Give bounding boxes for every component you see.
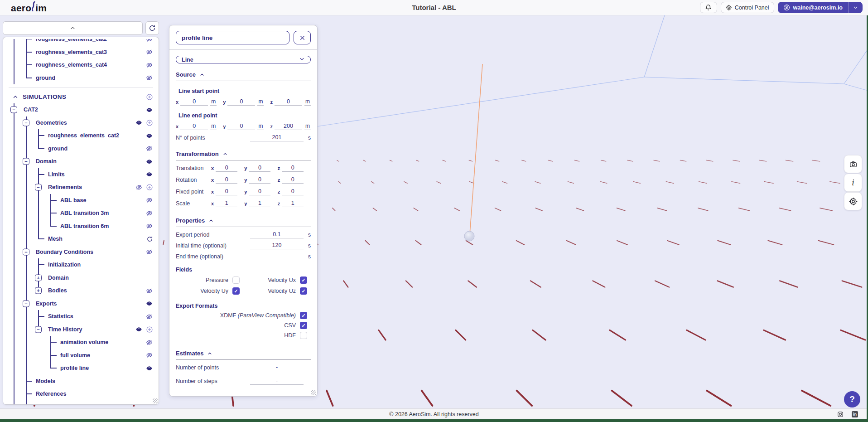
eye-off-icon[interactable] — [145, 49, 153, 55]
eye-icon[interactable] — [145, 365, 153, 372]
tree-item-ground[interactable]: ground — [8, 72, 154, 85]
plus-circle-icon[interactable] — [146, 119, 153, 126]
tree-item-time[interactable]: Time — [8, 401, 154, 405]
simulations-section-header[interactable]: SIMULATIONS — [8, 90, 154, 103]
fixed-point-x-input[interactable]: 0 — [216, 188, 237, 195]
npoints-input[interactable]: 201 — [250, 134, 304, 141]
tree-item-roughness-elements-cat2[interactable]: roughness_elements_cat2 — [8, 129, 154, 142]
rotation-x-input[interactable]: 0 — [216, 176, 237, 184]
tree-item-models[interactable]: Models — [8, 375, 154, 388]
tree-collapse-button[interactable]: − — [23, 248, 29, 255]
tree-collapse-button[interactable]: − — [10, 107, 17, 113]
eye-off-icon[interactable] — [145, 74, 153, 81]
tree-collapse-button[interactable]: − — [23, 300, 29, 307]
translation-x-input[interactable]: 0 — [216, 164, 237, 172]
eye-off-icon[interactable] — [145, 39, 153, 43]
rotation-y-input[interactable]: 0 — [249, 176, 270, 184]
tree-item-domain[interactable]: +Domain — [8, 272, 154, 285]
tree-item-exports[interactable]: −Exports — [8, 297, 154, 310]
eye-icon[interactable] — [145, 300, 153, 307]
checkbox[interactable]: ✓ — [232, 287, 240, 295]
viewport-settings-button[interactable] — [844, 192, 862, 210]
info-button[interactable]: i — [844, 174, 862, 192]
tree-item-boundary-conditions[interactable]: −Boundary Conditions — [8, 246, 154, 259]
tree-item-refinements[interactable]: −Refinements — [8, 181, 154, 194]
scale-x-input[interactable]: 1 — [216, 199, 237, 207]
tree-item-profile-line[interactable]: profile line — [8, 362, 154, 375]
eye-off-icon[interactable] — [145, 62, 153, 68]
tree-expand-button[interactable]: + — [35, 274, 42, 281]
tree-expand-button[interactable]: + — [35, 287, 42, 294]
section-source[interactable]: Source — [176, 71, 311, 78]
user-menu-caret[interactable] — [848, 2, 863, 13]
plus-circle-icon[interactable] — [146, 184, 153, 191]
sidebar-resize-handle[interactable] — [153, 398, 158, 403]
tree-collapse-button[interactable]: − — [23, 119, 29, 126]
instagram-icon[interactable] — [837, 411, 844, 417]
tree-item-statistics[interactable]: Statistics — [8, 310, 154, 323]
tree-item-mesh[interactable]: Mesh — [8, 233, 154, 246]
aerosim-logo[interactable]: aeroim — [11, 1, 47, 14]
tree-item-roughness-elements-cat2[interactable]: roughness_elements_cat2 — [8, 39, 154, 46]
eye-off-icon[interactable] — [145, 352, 153, 359]
prop-input[interactable]: 120 — [250, 242, 304, 249]
tree-item-references[interactable]: References — [8, 388, 154, 401]
vec-end-y-input[interactable]: 0 — [227, 122, 255, 130]
checkbox[interactable] — [300, 332, 307, 339]
tree-item-roughness-elements-cat4[interactable]: roughness_elements_cat4 — [8, 58, 154, 72]
plus-circle-icon[interactable] — [146, 326, 153, 333]
prop-input[interactable] — [250, 252, 304, 260]
eye-off-icon[interactable] — [145, 210, 153, 217]
eye-icon[interactable] — [145, 132, 153, 139]
scale-z-input[interactable]: 1 — [282, 199, 304, 207]
user-menu-button[interactable]: waine@aerosim.io — [778, 2, 863, 13]
checkbox[interactable]: ✓ — [300, 287, 307, 295]
tree-refresh-button[interactable] — [145, 21, 159, 35]
eye-off-icon[interactable] — [145, 248, 153, 255]
translation-y-input[interactable]: 0 — [249, 164, 270, 172]
project-collapse-combo[interactable] — [3, 21, 143, 35]
eye-off-icon[interactable] — [145, 287, 153, 294]
tree-item-geometries[interactable]: −Geometries — [8, 116, 154, 130]
section-estimates[interactable]: Estimates — [176, 350, 311, 357]
eye-icon[interactable] — [135, 119, 143, 126]
close-panel-button[interactable] — [294, 31, 311, 44]
linkedin-icon[interactable]: in — [852, 411, 858, 417]
apply-button[interactable]: Apply — [279, 396, 311, 397]
tree-item-abl-transition-6m[interactable]: ABL transition 6m — [8, 220, 154, 233]
eye-off-icon[interactable] — [145, 339, 153, 346]
eye-icon[interactable] — [135, 326, 143, 333]
section-transformation[interactable]: Transformation — [176, 150, 311, 157]
eye-off-icon[interactable] — [145, 145, 153, 152]
panel-resize-handle[interactable] — [311, 390, 316, 395]
eye-icon[interactable] — [145, 171, 153, 178]
checkbox[interactable]: ✓ — [300, 312, 307, 319]
delete-export-button[interactable] — [176, 396, 190, 397]
vec-end-x-input[interactable]: 0 — [180, 122, 208, 130]
eye-off-icon[interactable] — [145, 313, 153, 320]
tree-item-domain[interactable]: −Domain — [8, 155, 154, 168]
vec-start-y-input[interactable]: 0 — [227, 98, 255, 106]
notifications-button[interactable] — [700, 2, 717, 13]
checkbox[interactable] — [232, 276, 240, 284]
tree-item-limits[interactable]: Limits — [8, 168, 154, 181]
export-name-input[interactable] — [176, 31, 289, 44]
tree-item-ground[interactable]: ground — [8, 142, 154, 155]
prop-input[interactable]: 0.1 — [250, 231, 304, 238]
help-button[interactable]: ? — [844, 391, 860, 407]
fixed-point-y-input[interactable]: 0 — [249, 188, 270, 195]
scale-y-input[interactable]: 1 — [249, 199, 270, 207]
vec-start-z-input[interactable]: 0 — [275, 98, 302, 106]
eye-off-icon[interactable] — [145, 223, 153, 229]
tree-item-roughness-elements-cat3[interactable]: roughness_elements_cat3 — [8, 46, 154, 59]
export-type-select[interactable]: Line — [176, 56, 311, 63]
eye-icon[interactable] — [145, 158, 153, 165]
tree-item-bodies[interactable]: +Bodies — [8, 284, 154, 297]
screenshot-button[interactable] — [844, 155, 862, 173]
fixed-point-z-input[interactable]: 0 — [282, 188, 304, 195]
tree-item-animation-volume[interactable]: animation volume — [8, 336, 154, 349]
control-panel-button[interactable]: Control Panel — [721, 2, 774, 13]
section-properties[interactable]: Properties — [176, 217, 311, 224]
rotation-z-input[interactable]: 0 — [282, 176, 304, 184]
tree-item-time-history[interactable]: −Time History — [8, 323, 154, 336]
